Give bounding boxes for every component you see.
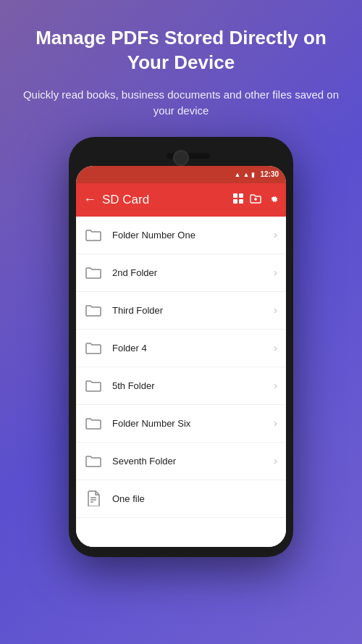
- file-name: Folder Number Six: [112, 418, 274, 429]
- file-name: Folder Number One: [112, 230, 274, 241]
- app-bar-title: SD Card: [102, 193, 232, 207]
- svg-rect-2: [233, 199, 237, 204]
- list-item[interactable]: 2nd Folder›: [76, 254, 286, 292]
- folder-icon: [85, 415, 102, 431]
- list-item[interactable]: 5th Folder›: [76, 367, 286, 405]
- folder-icon: [85, 264, 102, 280]
- phone-outer: ▲ ▲ ▮ 12:30 ← SD Card: [69, 137, 293, 557]
- file-name: One file: [112, 493, 277, 504]
- back-button[interactable]: ←: [83, 192, 96, 207]
- file-name: Third Folder: [112, 305, 274, 316]
- chevron-right-icon: ›: [274, 229, 277, 241]
- file-list: Folder Number One› 2nd Folder› Third Fol…: [76, 217, 286, 547]
- folder-add-icon[interactable]: [250, 193, 261, 206]
- folder-icon: [85, 227, 102, 243]
- folder-icon: [85, 377, 102, 393]
- chevron-right-icon: ›: [274, 342, 277, 354]
- phone-screen: ▲ ▲ ▮ 12:30 ← SD Card: [76, 166, 286, 547]
- list-item[interactable]: Seventh Folder›: [76, 443, 286, 480]
- wifi-icon: ▲: [235, 171, 241, 178]
- file-name: Seventh Folder: [112, 456, 274, 467]
- folder-icon: [85, 302, 102, 318]
- chevron-right-icon: ›: [274, 304, 277, 316]
- list-item[interactable]: One file: [76, 480, 286, 518]
- list-item[interactable]: Third Folder›: [76, 292, 286, 330]
- file-name: 5th Folder: [112, 380, 274, 391]
- battery-icon: ▮: [251, 171, 255, 178]
- list-item[interactable]: Folder Number Six›: [76, 405, 286, 443]
- list-item[interactable]: Folder Number One›: [76, 217, 286, 254]
- main-title: Manage PDFs Stored Directly on Your Devi…: [22, 26, 340, 75]
- list-item[interactable]: Folder 4›: [76, 330, 286, 367]
- svg-rect-1: [239, 193, 243, 198]
- phone-wrapper: ▲ ▲ ▮ 12:30 ← SD Card: [69, 137, 293, 557]
- folder-icon: [85, 453, 102, 469]
- header-section: Manage PDFs Stored Directly on Your Devi…: [0, 0, 362, 130]
- app-bar: ← SD Card: [76, 183, 286, 217]
- file-name: 2nd Folder: [112, 267, 274, 278]
- svg-rect-3: [239, 199, 243, 204]
- folder-icon: [85, 340, 102, 356]
- file-name: Folder 4: [112, 343, 274, 354]
- chevron-right-icon: ›: [274, 380, 277, 391]
- settings-icon[interactable]: [267, 193, 279, 206]
- signal-icon: ▲: [243, 171, 250, 178]
- chevron-right-icon: ›: [274, 267, 277, 278]
- chevron-right-icon: ›: [274, 417, 277, 429]
- grid-view-icon[interactable]: [232, 193, 244, 206]
- phone-camera: [173, 150, 189, 166]
- status-time: 12:30: [260, 170, 279, 178]
- main-subtitle: Quickly read books, business documents a…: [22, 87, 340, 120]
- chevron-right-icon: ›: [274, 455, 277, 467]
- status-bar: ▲ ▲ ▮ 12:30: [76, 166, 286, 183]
- file-icon: [85, 490, 102, 506]
- svg-rect-0: [233, 193, 237, 198]
